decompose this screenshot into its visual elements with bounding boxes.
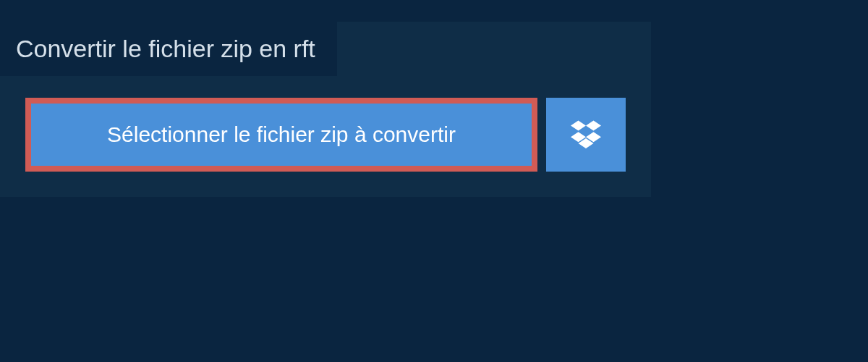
- button-row: Sélectionner le fichier zip à convertir: [0, 76, 651, 197]
- dropbox-button[interactable]: [546, 98, 626, 172]
- page-title: Convertir le fichier zip en rft: [0, 22, 337, 76]
- select-file-button[interactable]: Sélectionner le fichier zip à convertir: [25, 98, 537, 172]
- dropbox-icon: [571, 118, 601, 151]
- conversion-panel: Convertir le fichier zip en rft Sélectio…: [0, 22, 651, 197]
- select-file-label: Sélectionner le fichier zip à convertir: [107, 122, 456, 147]
